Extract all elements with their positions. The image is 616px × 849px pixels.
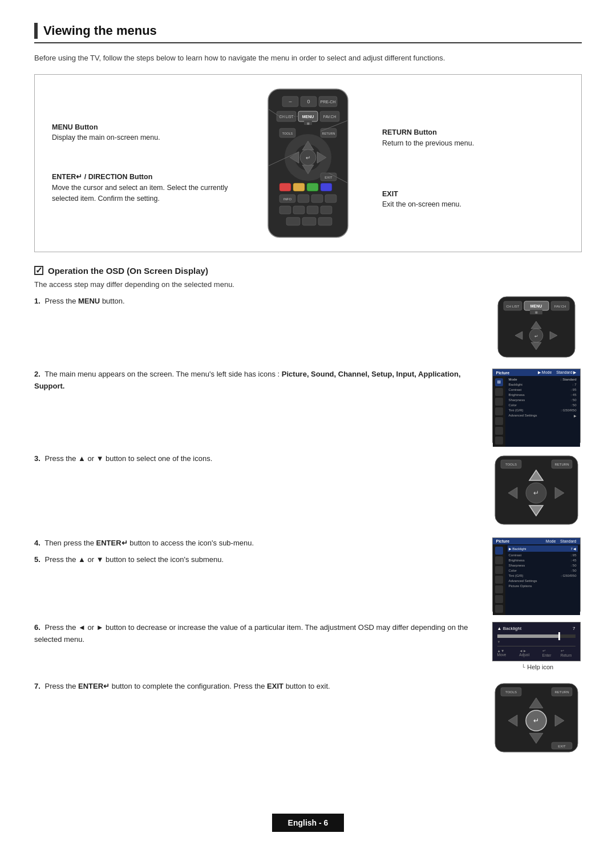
return-button-label-block: RETURN Button Return to the previous men… — [382, 127, 564, 149]
menu-button-label-block: MENU Button Display the main on-screen m… — [52, 122, 234, 144]
enter-button-desc: Move the cursor and select an item. Sele… — [52, 184, 228, 203]
step-2-row: 2. The main menu appears on the screen. … — [34, 369, 582, 443]
step-3-num: 3. — [34, 454, 40, 463]
step-1-text: 1. Press the MENU button. — [34, 296, 491, 308]
enter-button-label-block: ENTER↵ / DIRECTION Button Move the curso… — [52, 172, 234, 204]
svg-text:FAV.CH: FAV.CH — [323, 115, 337, 119]
tv-sub-brightness: Brightness: 45 — [508, 558, 578, 563]
tv-menu-color-value: : 50 — [570, 403, 576, 407]
tv-menu-body: 🖼 — [493, 376, 580, 447]
tv-menu-color-row: Color : 50 — [508, 403, 578, 407]
backlight-triangle-down: ▼ — [497, 640, 576, 644]
step7-remote-svg: TOOLS RETURN ↵ EXIT — [492, 681, 581, 755]
osd-title: ✓ Operation the OSD (On Screen Display) — [34, 266, 582, 276]
tv-menu-tint-label: Tint (G/R) — [509, 409, 524, 412]
backlight-label: ▲ Backlight — [497, 626, 522, 631]
exit-desc: Exit the on-screen menu. — [382, 200, 461, 208]
checkbox-icon: ✓ — [34, 266, 43, 275]
svg-text:TOOLS: TOOLS — [505, 463, 516, 466]
tv-sidebar-setup-icon — [495, 407, 503, 415]
svg-text:↵: ↵ — [533, 489, 539, 497]
svg-text:FAV.CH: FAV.CH — [554, 305, 566, 308]
svg-rect-28 — [279, 183, 291, 191]
diagram-right: RETURN Button Return to the previous men… — [382, 116, 564, 210]
svg-text:MENU: MENU — [530, 304, 542, 308]
tv-submenu-icon-4 — [495, 576, 503, 584]
backlight-fill — [497, 634, 560, 638]
backlight-number: 7 — [573, 626, 575, 631]
svg-text:▦: ▦ — [534, 310, 537, 314]
step-7-num: 7. — [34, 682, 40, 690]
help-icon-row: └ Help icon — [519, 664, 553, 670]
tv-submenu-icon-6 — [495, 595, 503, 603]
backlight-thumb — [558, 632, 560, 640]
svg-text:EXIT: EXIT — [558, 745, 566, 748]
tv-menu-brightness-label: Brightness — [509, 393, 525, 397]
tv-menu-advanced-row: Advanced Settings ▶ — [508, 413, 578, 418]
backlight-osd-header: ▲ Backlight 7 — [497, 626, 576, 631]
tv-menu-content: Mode : Standard Backlight : 7 Contrast :… — [505, 376, 580, 447]
help-arrow-icon: └ — [521, 664, 525, 670]
tv-sub-tint: Tint (G/R): G50/R50 — [508, 573, 578, 578]
tv-menu-mode-label: Mode — [509, 378, 517, 381]
page: Viewing the menus Before using the TV, f… — [0, 0, 616, 849]
svg-text:RETURN: RETURN — [322, 131, 335, 135]
tv-sub-advanced: Advanced Settings — [508, 579, 578, 583]
tv-menu-contrast-value: : 95 — [570, 388, 576, 391]
step-4-num: 4. — [34, 539, 40, 547]
tv-submenu-icon-2 — [495, 556, 503, 564]
page-title: Viewing the menus — [43, 23, 157, 38]
svg-text:▦: ▦ — [307, 121, 310, 124]
diagram-left: MENU Button Display the main on-screen m… — [52, 122, 234, 204]
step-3-image: TOOLS RETURN ↵ — [491, 453, 582, 527]
backlight-adjust-label: ◄► Adjust — [519, 649, 537, 657]
step-2-num: 2. — [34, 370, 40, 378]
tv-submenu-icon-3 — [495, 566, 503, 574]
diagram-center: – 0 PRE-CH CH LIST MENU FAV.CH ▦ TOOLS — [251, 86, 365, 240]
title-bar-accent — [34, 23, 38, 39]
svg-rect-29 — [293, 183, 305, 191]
svg-text:–: – — [289, 99, 291, 104]
step-4-block: 4. Then press the ENTER↵ button to acces… — [34, 537, 479, 549]
step-1-num: 1. — [34, 297, 40, 305]
step-6-image: ▲ Backlight 7 ▼ ▲▼ Move ◄► Adj — [491, 622, 582, 670]
svg-text:TOOLS: TOOLS — [505, 690, 516, 694]
backlight-bar-container — [497, 634, 576, 638]
tv-sub-picture-options: Picture Options — [508, 584, 578, 588]
menu-button-label: MENU Button — [52, 123, 98, 131]
step-3-text: 3. Press the ▲ or ▼ button to select one… — [34, 453, 491, 465]
tv-submenu-content: ▶ Backlight 7 ◀ Contrast: 95 Brightness:… — [505, 544, 580, 615]
osd-desc: The access step may differ depending on … — [34, 279, 582, 290]
tv-submenu-backlight-selected: ▶ Backlight 7 ◀ — [508, 545, 578, 552]
osd-title-text: Operation the OSD (On Screen Display) — [48, 266, 208, 276]
tv-submenu-icon-1 — [495, 547, 503, 555]
tv-submenu-sidebar — [493, 544, 505, 615]
exit-label-block: EXIT Exit the on-screen menu. — [382, 189, 564, 211]
svg-text:PRE-CH: PRE-CH — [321, 100, 336, 104]
tv-sidebar: 🖼 — [493, 376, 505, 447]
tv-submenu-icon-7 — [495, 605, 503, 613]
step-1-image: CH LIST MENU FAV.CH ▦ ↵ — [491, 296, 582, 358]
step-7-image: TOOLS RETURN ↵ EXIT — [491, 681, 582, 755]
step-4-5-text: 4. Then press the ENTER↵ button to acces… — [34, 537, 491, 566]
svg-text:INFO: INFO — [283, 197, 292, 200]
step1-remote-svg: CH LIST MENU FAV.CH ▦ ↵ — [492, 296, 581, 358]
tv-submenu-body: ▶ Backlight 7 ◀ Contrast: 95 Brightness:… — [493, 544, 580, 615]
svg-rect-39 — [307, 206, 318, 214]
step-6-row: 6. Press the ◄ or ► button to decrease o… — [34, 622, 582, 670]
step-2-text: 2. The main menu appears on the screen. … — [34, 369, 491, 393]
tv-sidebar-sound-icon — [495, 388, 503, 396]
tv-sub-contrast: Contrast: 95 — [508, 553, 578, 557]
tv-sub-color: Color: 50 — [508, 568, 578, 573]
osd-section: ✓ Operation the OSD (On Screen Display) … — [34, 266, 582, 766]
return-button-label: RETURN Button — [382, 128, 437, 136]
backlight-osd: ▲ Backlight 7 ▼ ▲▼ Move ◄► Adj — [492, 622, 581, 661]
tv-submenu-icon-5 — [495, 585, 503, 593]
svg-rect-43 — [318, 217, 332, 225]
tv-sub-backlight-label: ▶ Backlight — [509, 547, 526, 551]
tv-menu-brightness-row: Brightness : 45 — [508, 393, 578, 397]
return-button-desc: Return to the previous menu. — [382, 139, 474, 147]
backlight-enter-label: ↵ Enter — [542, 649, 555, 657]
svg-text:EXIT: EXIT — [325, 175, 333, 179]
svg-rect-31 — [321, 183, 332, 191]
